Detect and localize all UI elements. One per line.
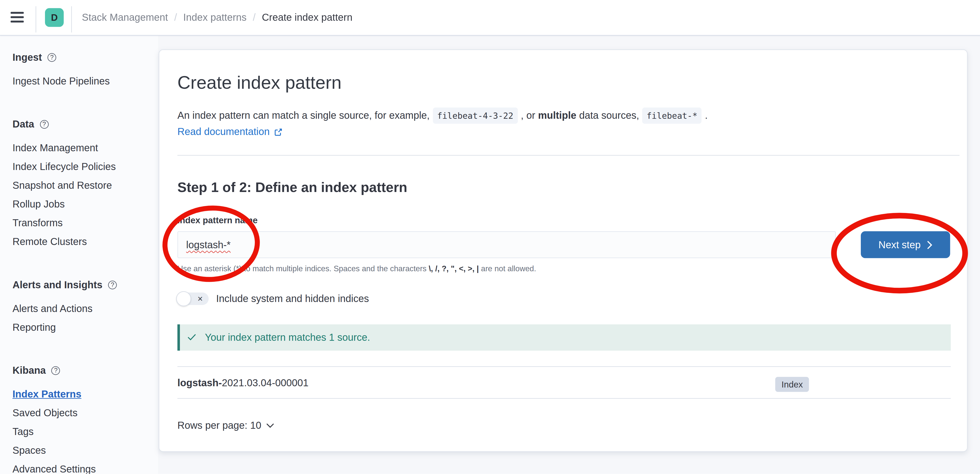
management-sidebar: Ingest ? Ingest Node Pipelines Data ? In… <box>0 35 158 474</box>
sidebar-section-data: Data ? Index Management Index Lifecycle … <box>13 116 158 252</box>
next-step-label: Next step <box>878 239 921 250</box>
header-divider <box>71 6 72 32</box>
sidebar-section-header: Ingest ? <box>13 49 158 66</box>
menu-hamburger-icon[interactable] <box>11 12 24 23</box>
helper-forbidden-chars: \, /, ?, ", <, >, | <box>429 265 479 273</box>
sidebar-section-title: Kibana <box>13 362 46 380</box>
breadcrumb: Stack Management / Index patterns / Crea… <box>82 0 353 35</box>
code-example: filebeat-* <box>642 107 702 124</box>
description-text: An index pattern can match a single sour… <box>177 110 430 121</box>
index-type-badge: Index <box>775 377 809 392</box>
success-callout: Your index pattern matches 1 source. <box>177 324 951 351</box>
sidebar-item-alerts-and-actions[interactable]: Alerts and Actions <box>13 300 158 318</box>
help-icon[interactable]: ? <box>108 281 117 289</box>
kibana-create-index-pattern-page: D Stack Management / Index patterns / Cr… <box>0 0 980 474</box>
space-avatar[interactable]: D <box>45 8 64 27</box>
sidebar-section-header: Data ? <box>13 116 158 133</box>
rows-per-page-button[interactable]: Rows per page: 10 <box>177 419 274 433</box>
include-hidden-indices-toggle[interactable]: ✕ <box>177 292 208 305</box>
sidebar-item-index-lifecycle-policies[interactable]: Index Lifecycle Policies <box>13 158 158 176</box>
chevron-right-icon <box>927 240 932 249</box>
read-documentation-link[interactable]: Read documentation <box>177 126 282 137</box>
table-divider-top <box>177 366 951 367</box>
index-pattern-name-value: logstash-* <box>186 239 231 250</box>
breadcrumb-current-page: Create index pattern <box>262 12 352 23</box>
check-icon <box>188 334 196 341</box>
sidebar-item-spaces[interactable]: Spaces <box>13 441 158 460</box>
sidebar-item-index-management[interactable]: Index Management <box>13 139 158 158</box>
sidebar-section-header: Kibana ? <box>13 362 158 380</box>
top-navigation-bar: D Stack Management / Index patterns / Cr… <box>0 0 980 36</box>
section-divider <box>177 155 959 156</box>
sidebar-section-alerts-insights: Alerts and Insights ? Alerts and Actions… <box>13 276 158 337</box>
success-callout-message: Your index pattern matches 1 source. <box>205 332 370 343</box>
breadcrumb-separator: / <box>253 12 256 23</box>
sidebar-section-title: Alerts and Insights <box>13 276 102 294</box>
helper-prefix: Use an asterisk (*) to match multiple in… <box>177 265 429 273</box>
description-text: . <box>705 110 708 121</box>
description-bold: multiple <box>538 110 576 121</box>
sidebar-item-tags[interactable]: Tags <box>13 423 158 441</box>
include-hidden-indices-row: ✕ Include system and hidden indices <box>177 292 369 306</box>
code-example: filebeat-4-3-22 <box>433 107 518 124</box>
matched-index-suffix: 2021.03.04-000001 <box>222 378 309 388</box>
chevron-down-icon <box>266 423 275 428</box>
description-text: , or <box>521 110 538 121</box>
help-icon[interactable]: ? <box>48 53 56 62</box>
sidebar-item-rollup-jobs[interactable]: Rollup Jobs <box>13 195 158 214</box>
toggle-label: Include system and hidden indices <box>216 293 369 305</box>
helper-suffix: are not allowed. <box>479 265 536 273</box>
next-step-button[interactable]: Next step <box>861 231 950 258</box>
toggle-off-cross-icon: ✕ <box>197 295 203 303</box>
help-icon[interactable]: ? <box>40 120 48 129</box>
index-pattern-name-label: Index pattern name <box>177 215 258 225</box>
sidebar-section-kibana: Kibana ? Index Patterns Saved Objects Ta… <box>13 362 158 474</box>
input-helper-text: Use an asterisk (*) to match multiple in… <box>177 265 536 273</box>
page-description: An index pattern can match a single sour… <box>177 107 708 124</box>
page-title: Create index pattern <box>177 71 342 94</box>
sidebar-section-header: Alerts and Insights ? <box>13 276 158 294</box>
sidebar-item-saved-objects[interactable]: Saved Objects <box>13 404 158 423</box>
index-pattern-name-input[interactable]: logstash-* <box>177 231 836 258</box>
external-link-icon <box>274 128 282 136</box>
sidebar-section-ingest: Ingest ? Ingest Node Pipelines <box>13 49 158 91</box>
breadcrumb-stack-management[interactable]: Stack Management <box>82 12 168 23</box>
sidebar-item-advanced-settings[interactable]: Advanced Settings <box>13 460 158 474</box>
sidebar-item-ingest-node-pipelines[interactable]: Ingest Node Pipelines <box>13 72 158 91</box>
matched-index-prefix: logstash- <box>177 378 222 388</box>
description-text: data sources, <box>576 110 639 121</box>
breadcrumb-separator: / <box>174 12 177 23</box>
read-documentation-label: Read documentation <box>177 126 270 137</box>
sidebar-section-title: Ingest <box>13 49 42 66</box>
matched-index-name: logstash-2021.03.04-000001 <box>177 378 309 389</box>
create-index-pattern-panel: Create index pattern An index pattern ca… <box>159 49 968 452</box>
sidebar-section-title: Data <box>13 116 34 133</box>
sidebar-item-index-patterns[interactable]: Index Patterns <box>13 385 158 404</box>
step-heading: Step 1 of 2: Define an index pattern <box>177 179 407 196</box>
toggle-knob <box>176 291 191 306</box>
sidebar-item-transforms[interactable]: Transforms <box>13 214 158 233</box>
breadcrumb-index-patterns[interactable]: Index patterns <box>183 12 247 23</box>
sidebar-item-remote-clusters[interactable]: Remote Clusters <box>13 233 158 251</box>
header-divider <box>36 6 37 32</box>
sidebar-item-snapshot-and-restore[interactable]: Snapshot and Restore <box>13 176 158 195</box>
rows-per-page-label: Rows per page: 10 <box>177 420 261 431</box>
help-icon[interactable]: ? <box>51 366 60 375</box>
table-divider-bottom <box>177 398 951 399</box>
sidebar-item-reporting[interactable]: Reporting <box>13 318 158 337</box>
